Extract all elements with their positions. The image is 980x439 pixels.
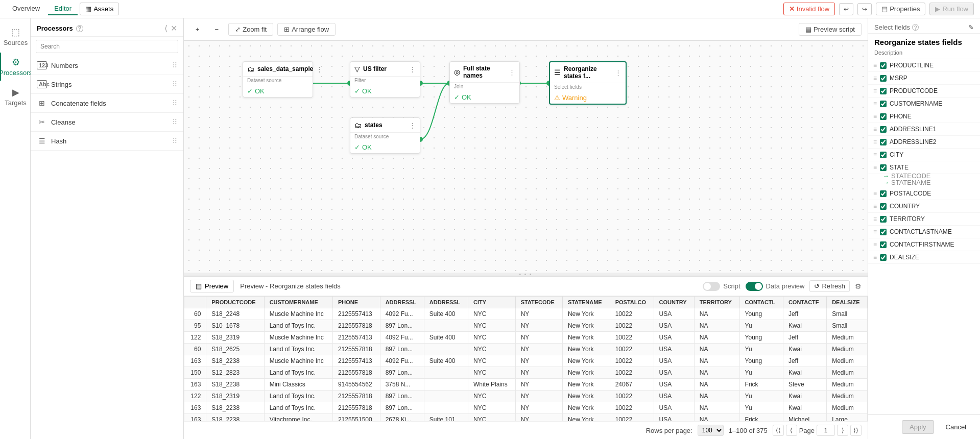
preview-script-button[interactable]: ▤ Preview script [799,23,862,36]
field-checkbox[interactable] [880,62,887,69]
node-menu-icon[interactable]: ⋮ [409,121,416,129]
select-fields-icon: ☰ [554,68,561,77]
cell: Muscle Machine Inc [264,355,332,367]
drag-handle[interactable]: ≡ [873,203,877,210]
zoom-in-button[interactable]: + [190,23,205,36]
ok-icon: ✓ [354,87,360,95]
processor-concatenate[interactable]: ⊞ Concatenate fields ⠿ [31,94,183,113]
field-checkbox[interactable] [880,229,887,235]
drag-handle[interactable]: ≡ [873,126,877,133]
data-table-wrap[interactable]: PRODUCTCODE CUSTOMERNAME PHONE ADDRESSL … [184,296,868,421]
prev-page-button[interactable]: ⟨ [786,425,797,436]
sidebar-item-processors[interactable]: ⚙ Processors [0,53,30,81]
drag-handle[interactable]: ≡ [873,87,877,94]
field-checkbox[interactable] [880,152,887,158]
field-checkbox[interactable] [880,113,887,120]
strings-icon: Abc [37,80,47,88]
ok-icon: ✓ [247,87,253,95]
node-menu-icon[interactable]: ⋮ [409,65,416,73]
invalid-flow-button[interactable]: ✕ Invalid flow [783,3,835,15]
next-page-button[interactable]: ⟩ [837,425,848,436]
last-page-button[interactable]: ⟩⟩ [850,425,862,436]
field-checkbox[interactable] [880,241,887,248]
node-menu-icon[interactable]: ⋮ [615,69,622,77]
drag-handle[interactable]: ≡ [873,164,877,171]
properties-button[interactable]: ▤ Properties [876,3,925,15]
node-full-state[interactable]: ◎ Full state names ⋮ Join ✓ OK [449,61,520,104]
field-checkbox[interactable] [880,75,887,82]
cell: NA [694,402,739,414]
node-menu-icon[interactable]: ⋮ [509,68,515,76]
field-checkbox[interactable] [880,164,887,171]
field-checkbox[interactable] [880,101,887,107]
zoom-out-icon: − [215,26,219,33]
zoom-out-button[interactable]: − [209,23,225,36]
settings-icon[interactable]: ⚙ [855,282,862,290]
select-fields-help-icon[interactable]: ? [912,24,919,31]
sidebar-item-targets[interactable]: ▶ Targets [0,83,30,111]
processor-hash[interactable]: ☰ Hash ⠿ [31,132,183,151]
collapse-icon[interactable]: ⟨ [164,23,168,33]
field-checkbox[interactable] [880,203,887,210]
redo-button[interactable]: ↪ [857,3,872,15]
drag-handle[interactable]: ≡ [873,138,877,145]
row-num: 95 [184,320,206,332]
cell: NY [515,308,562,320]
zoom-fit-button[interactable]: ⤢ Zoom fit [228,23,273,36]
drag-handle[interactable]: ≡ [873,62,877,69]
first-page-button[interactable]: ⟨⟨ [773,425,784,436]
run-flow-button[interactable]: ▶ Run flow [929,3,974,15]
cancel-button[interactable]: Cancel [938,420,974,434]
preview-tab[interactable]: ▤ Preview [190,280,234,292]
field-item: ≡ COUNTRY [868,200,980,213]
field-checkbox[interactable] [880,126,887,133]
tab-overview[interactable]: Overview [6,3,46,15]
drag-handle[interactable]: ≡ [873,254,877,261]
row-num: 122 [184,332,206,344]
apply-button[interactable]: Apply [902,420,934,434]
cell [424,391,468,402]
drag-handle[interactable]: ≡ [873,215,877,223]
flow-canvas[interactable]: 🗂 sales_data_sample ⋮ Dataset source ✓ O… [184,41,868,273]
arrange-flow-button[interactable]: ⊞ Arrange flow [277,23,336,36]
cell: 10022 [610,308,654,320]
data-preview-toggle[interactable] [746,282,763,291]
edit-icon[interactable]: ✎ [968,23,974,31]
cell: USA [654,367,694,379]
sidebar-item-sources[interactable]: ⬚ Sources [0,22,30,51]
data-preview-toggle-group: Data preview [746,282,805,291]
node-reorganize-status: ⚠ Warning [550,92,626,104]
tab-assets[interactable]: ▦ Assets [80,3,119,15]
field-checkbox[interactable] [880,88,887,94]
refresh-button[interactable]: ↺ Refresh [809,280,850,292]
drag-handle[interactable]: ≡ [873,113,877,120]
field-checkbox[interactable] [880,139,887,145]
script-toggle[interactable] [703,282,720,291]
processor-strings[interactable]: Abc Strings ⠿ [31,75,183,94]
col-customername: CUSTOMERNAME [264,297,332,308]
processor-search-input[interactable] [36,40,178,53]
drag-handle[interactable]: ≡ [873,75,877,82]
node-sales[interactable]: 🗂 sales_data_sample ⋮ Dataset source ✓ O… [243,61,313,97]
field-checkbox[interactable] [880,216,887,223]
node-us-filter[interactable]: ▽ US filter ⋮ Filter ✓ OK [350,61,420,97]
cell: New York [562,391,610,402]
field-checkbox[interactable] [880,190,887,197]
processor-cleanse[interactable]: ✂ Cleanse ⠿ [31,113,183,132]
drag-handle[interactable]: ≡ [873,228,877,235]
tab-editor[interactable]: Editor [48,3,78,15]
close-icon[interactable]: ✕ [171,23,177,33]
node-states[interactable]: 🗂 states ⋮ Dataset source ✓ OK [350,117,420,154]
help-icon[interactable]: ? [76,25,83,32]
drag-handle[interactable]: ≡ [873,100,877,107]
processor-numbers[interactable]: 123 Numbers ⠿ [31,56,183,75]
drag-handle[interactable]: ≡ [873,190,877,197]
drag-handle[interactable]: ≡ [873,241,877,248]
rows-per-page-select[interactable]: 100 25 50 200 [698,425,724,436]
node-menu-icon[interactable]: ⋮ [316,65,323,73]
drag-handle[interactable]: ≡ [873,151,877,158]
node-reorganize[interactable]: ☰ Reorganize states f... ⋮ Select fields… [549,61,627,105]
field-checkbox[interactable] [880,254,887,261]
page-input[interactable] [817,425,835,436]
undo-button[interactable]: ↩ [839,3,853,15]
